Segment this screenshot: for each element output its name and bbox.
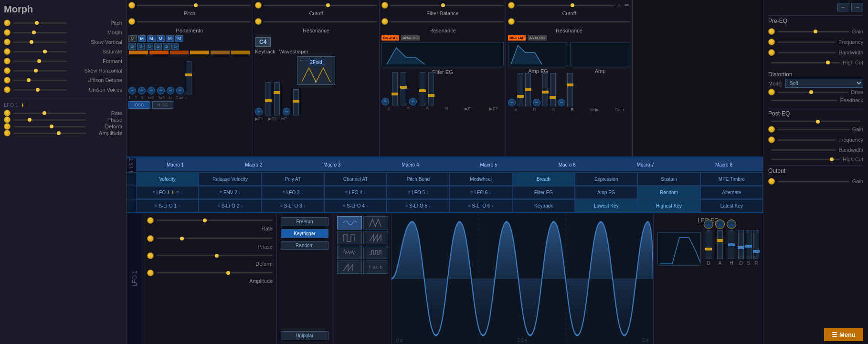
morph-knob[interactable] [4,29,11,36]
f2-fader-s[interactable] [420,72,425,105]
f1-fader-hp[interactable] [293,89,299,115]
osc1-m-btn-6[interactable]: M [175,35,184,42]
osc1-s-btn-1[interactable]: S [128,43,136,50]
f1-fader-2[interactable] [274,82,280,115]
osc1-m-btn-4[interactable]: M [157,35,165,42]
post-eq-bw-slider[interactable] [771,149,836,151]
osc1-s-btn-6[interactable]: S [171,43,179,50]
waveform-step-btn[interactable] [363,246,388,259]
pitch-slider[interactable] [13,22,67,24]
skewhoriz-knob[interactable] [4,67,11,74]
osc1-s-btn-2[interactable]: S [137,43,145,50]
filter1-cutoff-slider[interactable] [264,5,377,6]
lfo2-phase-track[interactable] [157,238,273,239]
pre-eq-freq-knob[interactable] [768,39,775,45]
amp-fader-s[interactable] [542,73,548,106]
pitch-knob[interactable] [4,20,11,26]
mod-random-cell[interactable]: Random [637,186,700,199]
mod-slfo2-cell[interactable]: ≡ S-LFO 2 ↓ [199,199,261,212]
post-eq-freq-slider[interactable] [778,139,836,141]
filter1-note-btn[interactable]: C4 [255,37,271,47]
mod-filter-eg-cell[interactable]: Filter EG [512,186,575,199]
eg-s-fader[interactable] [746,230,752,259]
lfo2-phase-knob[interactable] [147,235,154,242]
osc1-s-btn-3[interactable]: S [146,43,153,50]
post-eq-gain-knob[interactable] [768,126,775,133]
mod-highest-key-cell[interactable]: Highest Key [637,199,700,212]
pre-eq-bw-slider[interactable] [778,52,836,53]
amp-knob-2[interactable]: − [533,99,540,106]
mod-breath-cell[interactable]: Breath [512,173,575,186]
univoices-knob[interactable] [4,86,11,93]
lfo2-deform-track[interactable] [157,255,273,256]
mod-alternate-cell[interactable]: Alternate [700,186,763,199]
lfo2-ampl-track[interactable] [157,272,273,273]
pre-eq-hc-slider[interactable] [771,62,840,63]
mod-env2-cell[interactable]: ≡ ENV 2 ↓ [199,186,261,199]
osc1-knob-3[interactable]: − [148,87,155,94]
mod-modwheel-cell[interactable]: Modwheel [449,173,512,186]
eg-a-btn[interactable]: − [715,219,725,229]
lfo-phase-slider[interactable] [13,119,86,121]
filter1-cutoff-knob[interactable] [255,2,262,9]
pre-eq-gain-slider[interactable] [778,31,849,32]
waveform-triangle-btn[interactable] [363,216,388,229]
osc1-m-btn-2[interactable]: M [138,35,147,42]
waveform-formula-btn[interactable]: f=ax+b [363,261,388,274]
f1-knob-r[interactable]: − [283,108,290,115]
formant-slider[interactable] [13,61,67,62]
f2-fader-r[interactable] [428,72,434,105]
amp-gain-fader[interactable] [567,73,573,106]
osc1-fader-gain[interactable] [186,61,191,94]
mod-keytrack-cell[interactable]: Keytrack [512,199,575,212]
macro-6-cell[interactable]: Macro 6 [528,158,606,171]
waveform-square-btn[interactable] [337,231,362,244]
osc1-m-btn[interactable]: M [128,35,137,42]
mod-lfo3-cell[interactable]: ≡ LFO 3 ↓ [262,186,324,199]
dist-drive-slider[interactable] [778,92,848,93]
filter2-res-knob[interactable] [381,18,388,25]
f2-fader-d[interactable] [401,72,406,105]
pre-eq-bw-knob[interactable] [768,49,775,56]
osc1-m-btn-3[interactable]: M [147,35,156,42]
post-eq-gain-slider[interactable] [771,121,860,122]
mod-pitch-bend-cell[interactable]: Pitch Bend [387,173,449,186]
mod-slfo6-cell[interactable]: ≡ S-LFO 6 ↓ [449,199,512,212]
lfo-amplitude-knob[interactable] [4,130,11,136]
macro-8-cell[interactable]: Macro 8 [685,158,763,171]
menu-button[interactable]: ☰ Menu [824,328,863,341]
lfo2-rate-knob[interactable] [147,217,154,224]
lfo2-rate-track[interactable] [157,219,273,221]
macro-3-cell[interactable]: Macro 3 [293,158,371,171]
lfo-phase-knob[interactable] [4,116,11,123]
eg-h-fader[interactable] [729,230,734,259]
output-gain-knob[interactable] [768,178,775,185]
osc1-m-btn-5[interactable]: M [166,35,174,42]
osc1-knob-4[interactable]: − [157,87,165,94]
eg-h-btn[interactable]: − [727,219,736,229]
waveform-noise-btn[interactable] [337,246,362,259]
lfo-keytrigger-btn[interactable]: Keytrigger [281,229,328,238]
amp-knob-1[interactable]: − [508,99,516,106]
waveform-sine-btn[interactable] [337,216,362,229]
dist-model-select[interactable]: Soft Hard Tube [785,79,863,88]
amp-res-slider[interactable] [517,21,630,22]
saturate-slider[interactable] [13,51,67,52]
macro-5-cell[interactable]: Macro 5 [450,158,528,171]
f1-fader-1[interactable] [265,82,271,115]
osc1-knob-2[interactable]: − [138,87,146,94]
lfo2-ampl-knob[interactable] [147,270,154,276]
f2-knob-2[interactable]: − [409,98,417,105]
amp-plus-btn[interactable]: + [616,2,622,9]
f2-fader-a[interactable] [392,72,398,105]
filter1-res-slider[interactable] [264,21,377,22]
f2-knob-1[interactable]: − [381,98,389,105]
output-gain-slider[interactable] [778,181,849,182]
lfo-deform-knob[interactable] [4,123,11,130]
mod-lfo6-cell[interactable]: ≡ LFO 6 ↓ [449,186,512,199]
formant-knob[interactable] [4,58,11,64]
pre-eq-freq-slider[interactable] [778,42,836,43]
mod-release-vel-cell[interactable]: Release Velocity [199,173,261,186]
unidetune-slider[interactable] [13,80,67,81]
skewvert-slider[interactable] [13,42,67,43]
